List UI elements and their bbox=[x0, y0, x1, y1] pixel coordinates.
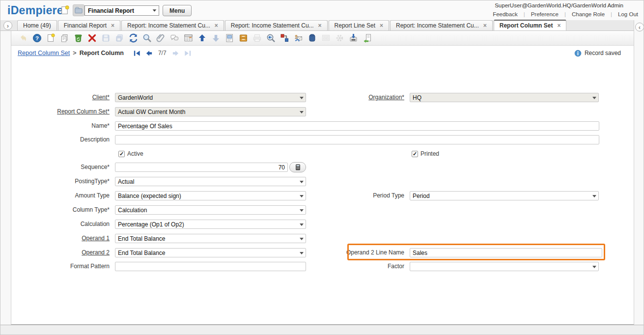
expand-right-panel-icon[interactable]: ‹ bbox=[635, 23, 644, 31]
next-record-icon bbox=[171, 49, 180, 57]
sequence-input[interactable]: 70 bbox=[115, 163, 288, 172]
report-column-set-select[interactable]: Actual GW Current Month bbox=[115, 107, 306, 116]
chevron-down-icon[interactable] bbox=[590, 93, 598, 102]
tab-report-column-set[interactable]: Report Column Set× bbox=[494, 20, 567, 30]
chevron-down-icon[interactable] bbox=[297, 93, 306, 102]
organization-select[interactable]: HQ bbox=[410, 93, 599, 102]
header-link-log-out[interactable]: Log Out bbox=[618, 11, 638, 17]
operand-2-line-name-input[interactable]: Sales bbox=[410, 248, 602, 257]
calculation-label: Calculation bbox=[11, 220, 110, 229]
window-selector[interactable]: Financial Report bbox=[84, 5, 159, 16]
description-input[interactable] bbox=[115, 135, 599, 144]
grid-toggle-icon[interactable] bbox=[183, 33, 194, 43]
organization-label[interactable]: Organization* bbox=[310, 93, 404, 102]
chevron-down-icon[interactable] bbox=[297, 108, 306, 116]
new-record-icon[interactable] bbox=[46, 33, 56, 43]
format-pattern-label: Format Pattern bbox=[11, 262, 110, 271]
calculation-select[interactable]: Percentage (Op1 of Op2) bbox=[115, 220, 306, 229]
delete-record-icon[interactable] bbox=[73, 33, 84, 43]
operand-1-label[interactable]: Operand 1 bbox=[11, 234, 110, 243]
header-link-change-role[interactable]: Change Role bbox=[572, 11, 605, 17]
active-field: ✓ Active bbox=[118, 150, 143, 157]
file-import-icon[interactable] bbox=[362, 33, 372, 43]
operand-1-select[interactable]: End Total Balance bbox=[115, 234, 306, 243]
chevron-down-icon[interactable] bbox=[297, 249, 306, 257]
tab-home-49[interactable]: Home (49) bbox=[17, 20, 57, 30]
requests-icon[interactable] bbox=[293, 33, 304, 43]
column-type-select[interactable]: Calculation bbox=[115, 205, 306, 215]
chevron-down-icon[interactable] bbox=[297, 220, 306, 228]
chevron-down-icon[interactable] bbox=[150, 8, 159, 13]
amount-type-select[interactable]: Balance (expected sign) bbox=[115, 191, 306, 200]
tab-report-income-statement-cu[interactable]: Report: Income Statement Cu...× bbox=[390, 20, 493, 30]
idempiere-window: iDempiere Financial Report Menu SuperUse… bbox=[0, 0, 644, 335]
chevron-down-icon[interactable] bbox=[297, 192, 306, 200]
client-select[interactable]: GardenWorld bbox=[115, 93, 306, 102]
chevron-down-icon[interactable] bbox=[297, 177, 306, 186]
operand-1-value: End Total Balance bbox=[115, 235, 297, 242]
name-input[interactable]: Percentage Of Sales bbox=[115, 121, 599, 131]
chevron-down-icon[interactable] bbox=[297, 206, 306, 214]
sequence-value: 70 bbox=[115, 164, 287, 171]
chevron-down-icon[interactable] bbox=[590, 262, 598, 271]
calculator-button[interactable] bbox=[289, 162, 306, 172]
period-type-select[interactable]: Period bbox=[410, 191, 599, 200]
posting-type-select[interactable]: Actual bbox=[115, 177, 306, 186]
process-icon bbox=[335, 33, 345, 43]
open-folder-icon[interactable] bbox=[73, 4, 84, 16]
status-message: Record saved bbox=[585, 50, 621, 56]
help-icon[interactable]: ? bbox=[32, 33, 42, 43]
tab-report-line-set[interactable]: Report Line Set× bbox=[329, 20, 389, 30]
copy-record-icon[interactable] bbox=[59, 33, 70, 43]
format-pattern-input[interactable] bbox=[115, 262, 306, 271]
column-type-label: Column Type* bbox=[11, 205, 110, 215]
first-record-icon[interactable] bbox=[133, 49, 141, 57]
calculation-value: Percentage (Op1 of Op2) bbox=[115, 221, 297, 228]
svg-text:?: ? bbox=[35, 35, 39, 41]
tab-label: Home (49) bbox=[23, 22, 51, 29]
sequence-label: Sequence* bbox=[11, 163, 110, 172]
breadcrumb-parent-link[interactable]: Report Column Set bbox=[18, 50, 70, 56]
chat-icon[interactable] bbox=[169, 33, 180, 43]
delete-selection-icon[interactable] bbox=[87, 33, 97, 43]
tab-report-income-statement-cu[interactable]: Report: Income Statement Cu...× bbox=[225, 20, 328, 30]
window-tab-bar: › Home (49)Financial Report×Report: Inco… bbox=[0, 20, 644, 31]
parent-record-icon[interactable] bbox=[197, 33, 207, 43]
new-document-icon[interactable] bbox=[59, 4, 71, 16]
client-label[interactable]: Client* bbox=[11, 93, 110, 102]
tab-report-income-statement-cu[interactable]: Report: Income Statement Cu...× bbox=[121, 20, 224, 30]
tab-close-icon[interactable]: × bbox=[380, 23, 383, 28]
factor-select[interactable] bbox=[410, 262, 599, 271]
header-link-feedback[interactable]: Feedback bbox=[493, 11, 518, 17]
tab-close-icon[interactable]: × bbox=[215, 23, 218, 28]
operand-2-select[interactable]: End Total Balance bbox=[115, 248, 306, 257]
record-position: 7/7 bbox=[158, 50, 167, 56]
requery-icon[interactable] bbox=[128, 33, 139, 43]
product-info-icon[interactable] bbox=[307, 33, 317, 43]
chevron-down-icon[interactable] bbox=[590, 192, 598, 200]
printed-checkbox[interactable]: ✓ bbox=[412, 151, 418, 157]
operand-2-label[interactable]: Operand 2 bbox=[11, 248, 110, 257]
archive-icon[interactable] bbox=[238, 33, 249, 43]
breadcrumb-current: Report Column bbox=[80, 50, 124, 56]
form-view-icon[interactable] bbox=[224, 33, 235, 43]
posting-type-value: Actual bbox=[115, 178, 297, 185]
active-checkbox[interactable]: ✓ bbox=[118, 151, 125, 157]
expand-left-panel-icon[interactable]: › bbox=[3, 21, 12, 30]
tab-close-icon[interactable]: × bbox=[318, 23, 322, 28]
tab-close-icon[interactable]: × bbox=[111, 23, 114, 28]
posting-type-label: PostingType* bbox=[11, 177, 110, 186]
menu-button[interactable]: Menu bbox=[163, 5, 192, 16]
export-icon[interactable] bbox=[348, 33, 359, 43]
find-icon[interactable] bbox=[142, 33, 152, 43]
tab-financial-report[interactable]: Financial Report× bbox=[58, 20, 120, 30]
previous-record-icon[interactable] bbox=[145, 49, 153, 57]
tab-close-icon[interactable]: × bbox=[483, 23, 487, 28]
header-link-preference[interactable]: Preference bbox=[531, 11, 559, 17]
attachment-icon[interactable] bbox=[156, 33, 166, 43]
workflow-icon[interactable] bbox=[280, 33, 290, 43]
tab-close-icon[interactable]: × bbox=[557, 23, 560, 28]
chevron-down-icon[interactable] bbox=[297, 234, 306, 243]
report-icon[interactable] bbox=[266, 33, 276, 43]
report-column-set-label[interactable]: Report Column Set* bbox=[11, 107, 110, 116]
